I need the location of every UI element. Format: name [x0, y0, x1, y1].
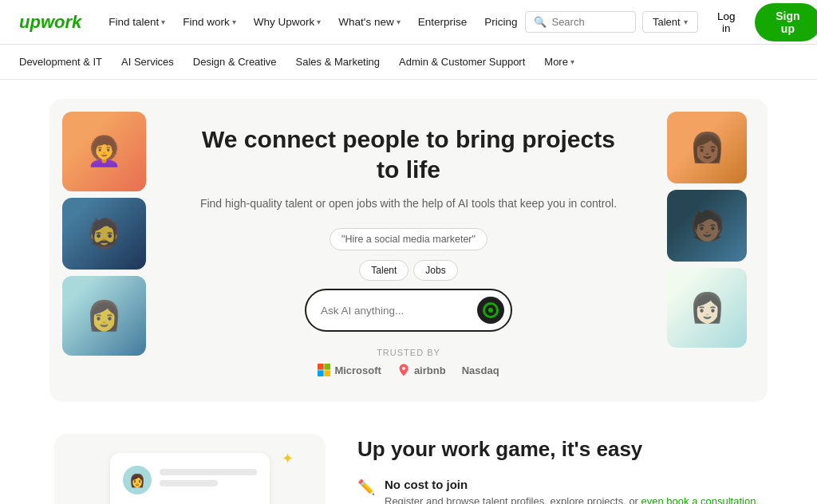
chevron-down-icon: ▾ [397, 18, 401, 26]
feature-title-1: No cost to join [385, 478, 759, 491]
hero-subtitle: Find high-quality talent or open jobs wi… [200, 195, 617, 212]
chevron-down-icon: ▾ [232, 18, 236, 26]
hero-section: 👩‍🦱 🧔 👩 We connect people to bring proje… [49, 99, 768, 402]
nav-enterprise[interactable]: Enterprise [410, 10, 476, 34]
hero-chip: "Hire a social media marketer" [330, 228, 487, 250]
card-header: 👩 [123, 466, 257, 494]
link-consultation[interactable]: even book a consultation. [641, 495, 759, 504]
chevron-down-icon: ▾ [684, 18, 688, 26]
card-line-2 [160, 480, 218, 486]
login-button[interactable]: Log in [705, 6, 748, 38]
sec-nav-sales[interactable]: Sales & Marketing [296, 56, 381, 68]
hero-search-input[interactable] [321, 305, 471, 317]
secondary-nav: Development & IT AI Services Design & Cr… [0, 45, 817, 80]
ai-icon [483, 302, 499, 318]
trusted-logos: Microsoft airbnb Nasdaq [318, 364, 499, 376]
search-box[interactable]: 🔍 [525, 11, 635, 33]
lower-section: 👩 In progress Frances submitted work for… [0, 421, 817, 504]
svg-rect-3 [325, 370, 331, 376]
hero-tabs: Talent Jobs [359, 260, 457, 281]
feature-desc-1: Register and browse talent profiles, exp… [385, 494, 759, 504]
hero-title: We connect people to bring projects to l… [193, 124, 624, 184]
sec-nav-ai[interactable]: AI Services [121, 56, 174, 68]
svg-rect-2 [318, 370, 324, 376]
sec-nav-dev-it[interactable]: Development & IT [19, 56, 102, 68]
search-icon: 🔍 [534, 16, 547, 28]
nav-find-talent[interactable]: Find talent ▾ [101, 10, 173, 34]
ai-dot [488, 308, 493, 313]
svg-rect-0 [318, 364, 324, 370]
nav-why-upwork[interactable]: Why Upwork ▾ [246, 10, 330, 34]
nav-links: Find talent ▾ Find work ▾ Why Upwork ▾ W… [101, 10, 525, 34]
talent-selector[interactable]: Talent ▾ [642, 11, 698, 33]
sec-nav-admin[interactable]: Admin & Customer Support [399, 56, 525, 68]
card-lines [160, 469, 257, 491]
svg-rect-1 [325, 364, 331, 370]
more-button[interactable]: More ▾ [544, 56, 574, 68]
card-inner: 👩 In progress Frances submitted work for… [110, 453, 270, 504]
lower-title: Up your work game, it's easy [357, 437, 763, 462]
chevron-down-icon: ▾ [161, 18, 165, 26]
top-nav: upwork Find talent ▾ Find work ▾ Why Upw… [0, 0, 817, 45]
nav-pricing[interactable]: Pricing [476, 10, 525, 34]
feature-no-cost: ✏️ No cost to join Register and browse t… [357, 478, 763, 504]
nav-whats-new[interactable]: What's new ▾ [330, 10, 408, 34]
sec-nav-design[interactable]: Design & Creative [193, 56, 277, 68]
sparkle-icon-1: ✦ [282, 450, 294, 467]
chevron-down-icon: ▾ [570, 57, 574, 66]
trusted-section: TRUSTED BY Microsoft [318, 348, 499, 376]
chevron-down-icon: ▾ [317, 18, 321, 26]
nav-right: 🔍 Talent ▾ Log in Sign up [525, 3, 817, 41]
nasdaq-logo: Nasdaq [462, 364, 499, 376]
search-input[interactable] [551, 16, 626, 28]
lower-card: 👩 In progress Frances submitted work for… [54, 434, 326, 504]
card-line-1 [160, 469, 257, 475]
trusted-label: TRUSTED BY [318, 348, 499, 357]
microsoft-logo: Microsoft [318, 364, 381, 376]
lower-right: Up your work game, it's easy ✏️ No cost … [357, 434, 763, 504]
nav-find-work[interactable]: Find work ▾ [175, 10, 244, 34]
edit-icon: ✏️ [357, 478, 375, 496]
upwork-logo[interactable]: upwork [19, 12, 81, 33]
card-avatar: 👩 [123, 466, 152, 494]
hero-search-bar [305, 289, 512, 332]
tab-jobs[interactable]: Jobs [413, 260, 457, 281]
hero-center: We connect people to bring projects to l… [81, 124, 736, 376]
ai-search-button[interactable] [477, 297, 504, 324]
tab-talent[interactable]: Talent [359, 260, 408, 281]
signup-button[interactable]: Sign up [755, 3, 817, 41]
airbnb-logo: airbnb [397, 364, 446, 376]
